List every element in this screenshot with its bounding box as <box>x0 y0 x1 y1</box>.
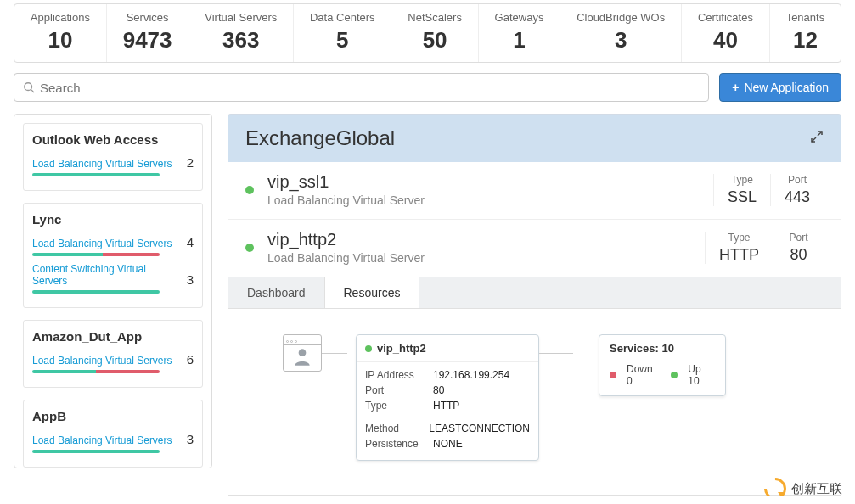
main-row: Outlook Web Access Load Balancing Virtua… <box>0 114 855 496</box>
kv-val: NONE <box>433 438 463 450</box>
metric-label: Load Balancing Virtual Servers <box>32 434 172 446</box>
stat-netscalers[interactable]: NetScalers 50 <box>391 4 478 62</box>
stat-label: CloudBridge WOs <box>569 11 672 24</box>
stat-certificates[interactable]: Certificates 40 <box>682 4 770 62</box>
vip-name: vip_http2 <box>267 230 705 249</box>
stat-data-centers[interactable]: Data Centers 5 <box>294 4 391 62</box>
status-dot-icon <box>245 186 254 194</box>
new-application-button[interactable]: + New Application <box>719 73 841 102</box>
vip-port-cell: Port 443 <box>770 174 824 206</box>
kv-val: 192.168.199.254 <box>433 369 509 381</box>
sidebar-item-title: Lync <box>32 212 194 227</box>
client-icon <box>283 334 322 372</box>
services-down: Down 0 <box>627 363 661 387</box>
metric-row: Load Balancing Virtual Servers 2 <box>32 155 194 176</box>
kv-key: Persistence <box>365 438 433 450</box>
metric-value: 2 <box>180 155 194 170</box>
sidebar-item-outlook-web-access[interactable]: Outlook Web Access Load Balancing Virtua… <box>23 123 203 191</box>
kv-key: Method <box>365 423 429 434</box>
stats-bar: Applications 10 Services 9473 Virtual Se… <box>14 3 841 63</box>
stat-label: Services <box>115 11 180 24</box>
sidebar-item-appb[interactable]: AppB Load Balancing Virtual Servers 3 <box>23 400 203 468</box>
metric-row: Load Balancing Virtual Servers 3 <box>32 432 194 453</box>
stat-value: 3 <box>569 27 672 53</box>
vip-type-label: Type <box>719 232 759 244</box>
stat-label: Tenants <box>779 11 832 24</box>
vip-info-table: IP Address192.168.199.254 Port80 TypeHTT… <box>357 362 538 460</box>
svg-point-0 <box>25 83 32 91</box>
vip-name: vip_ssl1 <box>267 172 713 192</box>
watermark-text: 创新互联 <box>791 481 842 496</box>
stat-label: Data Centers <box>302 11 382 24</box>
services-stats: Down 0 Up 10 <box>610 363 715 387</box>
kv-val: HTTP <box>433 400 459 412</box>
metric-bar <box>32 290 160 294</box>
vip-row-http2[interactable]: vip_http2 Load Balancing Virtual Server … <box>228 220 841 277</box>
stat-virtual-servers[interactable]: Virtual Servers 363 <box>188 4 294 62</box>
vip-type-label: Type <box>728 174 757 186</box>
svg-point-2 <box>299 349 307 356</box>
vip-info-name: vip_http2 <box>377 342 426 355</box>
stat-label: Certificates <box>690 11 761 24</box>
status-dot-icon <box>365 345 372 352</box>
metric-row: Content Switching Virtual Servers 3 <box>32 263 194 294</box>
metric-bar <box>32 253 160 256</box>
expand-icon[interactable] <box>810 130 824 147</box>
plus-icon: + <box>732 81 739 94</box>
vip-port-label: Port <box>785 174 810 186</box>
sidebar-item-title: Amazon_Dut_App <box>32 329 194 344</box>
metric-label: Load Balancing Virtual Servers <box>32 238 172 249</box>
vip-info-card[interactable]: vip_http2 IP Address192.168.199.254 Port… <box>356 334 539 461</box>
vip-port-cell: Port 80 <box>773 232 824 264</box>
panel-title: ExchangeGlobal <box>245 126 395 150</box>
vip-type-cell: Type SSL <box>713 174 770 206</box>
vip-subtitle: Load Balancing Virtual Server <box>267 193 713 207</box>
stat-applications[interactable]: Applications 10 <box>14 4 107 62</box>
tab-resources[interactable]: Resources <box>325 277 420 308</box>
vip-subtitle: Load Balancing Virtual Server <box>267 251 705 265</box>
status-dot-icon <box>610 372 616 378</box>
kv-key: IP Address <box>365 369 433 381</box>
search-input[interactable] <box>40 81 700 95</box>
vip-port-value: 80 <box>787 246 810 264</box>
stat-label: NetScalers <box>400 11 469 24</box>
stat-value: 5 <box>302 27 382 53</box>
panel-header: ExchangeGlobal <box>228 114 841 162</box>
tab-dashboard[interactable]: Dashboard <box>228 277 325 308</box>
stat-cloudbridge[interactable]: CloudBridge WOs 3 <box>560 4 682 62</box>
sidebar-item-title: Outlook Web Access <box>32 132 194 147</box>
status-dot-icon <box>671 372 678 378</box>
sidebar-item-amazon-dut-app[interactable]: Amazon_Dut_App Load Balancing Virtual Se… <box>23 320 203 388</box>
vip-type-cell: Type HTTP <box>705 232 773 264</box>
status-dot-icon <box>245 244 254 252</box>
metric-value: 3 <box>180 432 194 446</box>
resources-diagram: vip_http2 IP Address192.168.199.254 Port… <box>249 334 820 461</box>
watermark-icon <box>760 473 791 496</box>
watermark: 创新互联 <box>764 478 842 496</box>
stat-services[interactable]: Services 9473 <box>107 4 189 62</box>
sidebar-item-lync[interactable]: Lync Load Balancing Virtual Servers 4 Co… <box>23 203 203 308</box>
sidebar: Outlook Web Access Load Balancing Virtua… <box>14 114 212 468</box>
stat-tenants[interactable]: Tenants 12 <box>770 4 841 62</box>
services-card[interactable]: Services: 10 Down 0 Up 10 <box>599 334 726 396</box>
stat-value: 363 <box>197 27 284 53</box>
new-application-label: New Application <box>744 81 829 94</box>
stat-label: Virtual Servers <box>197 11 284 24</box>
vip-info-title: vip_http2 <box>357 335 538 362</box>
search-box[interactable] <box>14 73 709 102</box>
services-title: Services: 10 <box>610 342 715 355</box>
metric-row: Load Balancing Virtual Servers 6 <box>32 352 194 373</box>
kv-key: Port <box>365 384 433 396</box>
metric-bar <box>32 370 160 373</box>
vip-row-ssl1[interactable]: vip_ssl1 Load Balancing Virtual Server T… <box>228 162 841 220</box>
stat-gateways[interactable]: Gateways 1 <box>479 4 561 62</box>
stat-label: Applications <box>23 11 98 24</box>
stat-value: 1 <box>487 27 552 53</box>
stat-value: 50 <box>400 27 469 53</box>
resources-pane: vip_http2 IP Address192.168.199.254 Port… <box>228 309 841 496</box>
vip-list: vip_ssl1 Load Balancing Virtual Server T… <box>228 162 841 277</box>
metric-row: Load Balancing Virtual Servers 4 <box>32 235 194 256</box>
metric-label: Load Balancing Virtual Servers <box>32 158 172 170</box>
metric-bar <box>32 450 160 453</box>
vip-port-value: 443 <box>785 188 810 206</box>
